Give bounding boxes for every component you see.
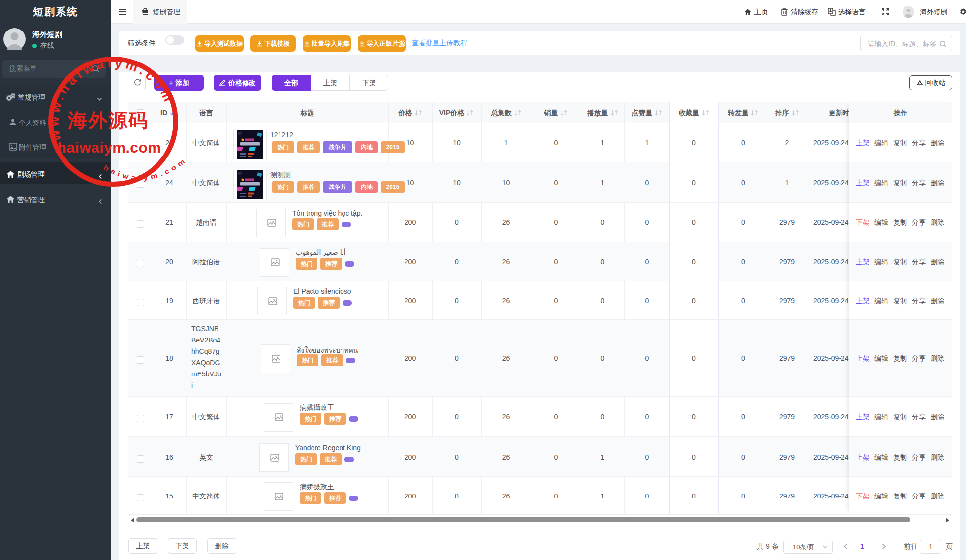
svg-text:haiwaiym.com: haiwaiym.com [102, 156, 188, 182]
svg-text:海外源码: 海外源码 [67, 110, 149, 131]
svg-text:haiwaiym.com: haiwaiym.com [57, 139, 161, 156]
